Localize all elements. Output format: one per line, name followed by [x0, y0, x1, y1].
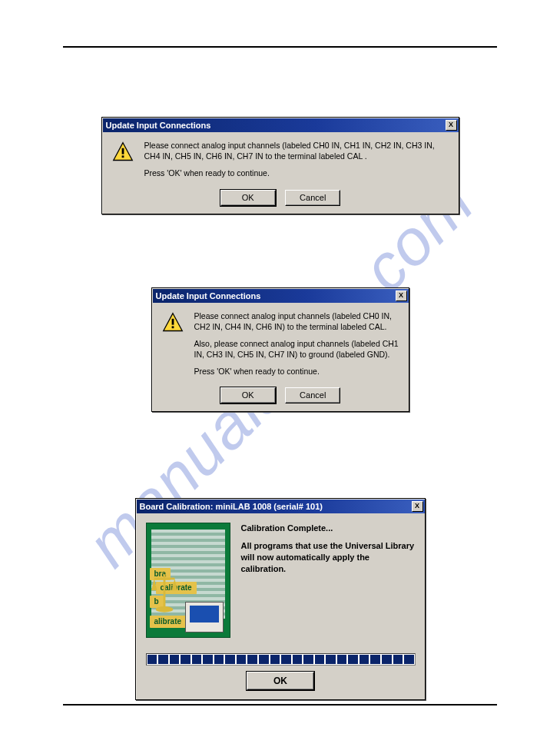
cancel-button-1[interactable]: Cancel — [285, 190, 340, 206]
close-button-2[interactable]: X — [396, 290, 407, 301]
title-text-3: Board Calibration: miniLAB 1008 (serial#… — [140, 502, 323, 511]
monitor-icon — [185, 602, 224, 632]
bottom-rule — [63, 704, 497, 706]
ok-button-3[interactable]: OK — [247, 672, 314, 690]
dialog2-text2: Also, please connect analog input channe… — [194, 338, 399, 360]
title-text-1: Update Input Connections — [106, 121, 211, 130]
dialog-update-input-1: Update Input Connections X Please connec… — [101, 117, 459, 214]
close-button-3[interactable]: X — [412, 501, 423, 512]
titlebar-1[interactable]: Update Input Connections X — [103, 118, 459, 132]
warning-icon — [162, 312, 184, 334]
calibration-body: All programs that use the Universal Libr… — [241, 540, 416, 575]
svg-rect-4 — [171, 318, 174, 324]
svg-rect-1 — [121, 148, 124, 154]
ok-button-2[interactable]: OK — [220, 387, 276, 403]
titlebar-3[interactable]: Board Calibration: miniLAB 1008 (serial#… — [137, 500, 425, 513]
progress-bar — [146, 653, 416, 666]
calibration-heading: Calibration Complete... — [241, 523, 416, 534]
dialog1-text2: Press 'OK' when ready to continue. — [144, 168, 449, 178]
dialog1-text1: Please connect analog input channels (la… — [144, 140, 449, 161]
dialog-calibration-complete: Board Calibration: miniLAB 1008 (serial#… — [135, 498, 426, 700]
dialog-update-input-2: Update Input Connections X Please connec… — [151, 287, 409, 413]
dialog2-text1: Please connect analog input channels (la… — [194, 310, 399, 332]
svg-rect-2 — [121, 155, 124, 158]
img-label-3: alibrate — [150, 616, 187, 628]
titlebar-2[interactable]: Update Input Connections X — [153, 289, 409, 303]
svg-rect-5 — [171, 326, 174, 328]
calibration-image: bra calibrate b alibrate — [146, 523, 230, 638]
close-button-1[interactable]: X — [446, 120, 457, 131]
title-text-2: Update Input Connections — [156, 291, 261, 300]
top-rule — [63, 46, 497, 48]
ok-button-1[interactable]: OK — [220, 190, 276, 206]
cancel-button-2[interactable]: Cancel — [285, 387, 340, 403]
svg-point-8 — [155, 606, 173, 613]
warning-icon — [112, 141, 134, 163]
scale-icon — [150, 571, 179, 617]
dialog2-text3: Press 'OK' when ready to continue. — [194, 366, 399, 377]
